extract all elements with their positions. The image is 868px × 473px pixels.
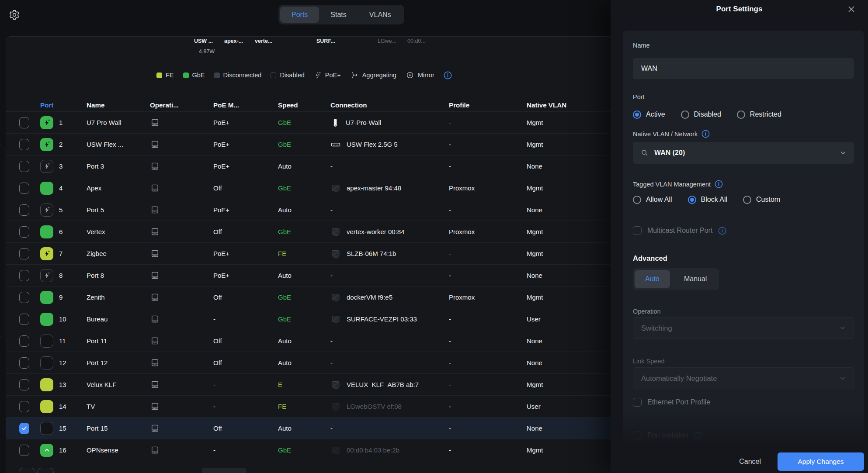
profile: - <box>449 425 527 432</box>
column-header-native-vlan[interactable]: Native VLAN <box>527 101 611 109</box>
overview-device-label: LGwe... <box>378 38 396 44</box>
row-checkbox[interactable] <box>19 379 29 390</box>
table-row[interactable]: 10Bureau-GbESURFACE-VEZPI 03:33-User <box>6 308 611 330</box>
connection-name: USW Flex 2.5G 5 <box>347 141 398 148</box>
table-row[interactable]: 11Port 11OffAuto--None <box>6 330 611 352</box>
legend-item-disconnected: Disconnected <box>214 72 262 79</box>
info-icon[interactable] <box>715 180 723 188</box>
row-checkbox[interactable] <box>19 445 29 456</box>
connection-name: U7-Pro-Wall <box>346 119 381 126</box>
row-checkbox[interactable] <box>19 248 29 259</box>
table-row[interactable]: 8Port 8PoE+Auto--None <box>6 265 611 287</box>
native-vlan-select[interactable]: WAN (20) <box>633 142 854 164</box>
row-checkbox[interactable] <box>19 117 29 128</box>
table-row[interactable]: 3Port 3PoE+Auto--None <box>6 155 611 177</box>
row-checkbox-cell <box>19 445 40 456</box>
tagged-vlan-radio-block-all[interactable]: Block All <box>688 196 727 204</box>
tagged-vlan-radio-custom[interactable]: Custom <box>743 196 780 204</box>
name-label: Name <box>633 42 650 49</box>
port-status-cell <box>40 356 59 369</box>
operation-select: Switching <box>633 317 854 339</box>
settings-gear-icon[interactable] <box>9 9 20 21</box>
cutoff-port-icon <box>37 468 54 473</box>
port-status-icon-off <box>40 422 53 435</box>
overview-device-label: verte... <box>255 38 272 44</box>
row-checkbox[interactable] <box>19 226 29 238</box>
port-state-radio-disabled[interactable]: Disabled <box>681 110 721 119</box>
info-icon[interactable] <box>694 432 702 440</box>
poe-mode: Off <box>213 293 278 301</box>
table-row[interactable]: 5Port 5PoE+Auto--None <box>6 199 611 221</box>
table-row[interactable]: 16OPNsense-GbE00:d0:b4:03:be:2b-Mgmt <box>6 439 611 461</box>
row-checkbox[interactable] <box>19 335 29 347</box>
pc-device-icon <box>330 227 341 237</box>
radio-label: Allow All <box>646 196 672 204</box>
info-icon[interactable] <box>718 227 726 235</box>
row-checkbox[interactable] <box>19 357 29 369</box>
table-row[interactable]: 1U7 Pro WallPoE+GbEU7-Pro-Wall-Mgmt <box>6 112 611 134</box>
row-checkbox[interactable] <box>19 314 29 325</box>
advanced-mode-manual[interactable]: Manual <box>674 270 717 288</box>
poe-mode: - <box>213 403 278 410</box>
row-checkbox[interactable] <box>19 139 29 150</box>
multicast-checkbox[interactable] <box>633 226 642 235</box>
port-status-icon-on <box>40 182 53 195</box>
port-state-radio-restricted[interactable]: Restricted <box>737 110 781 119</box>
row-checkbox[interactable] <box>19 270 29 281</box>
port-state-radio-active[interactable]: Active <box>633 110 665 119</box>
port-speed: Auto <box>278 206 330 214</box>
table-row[interactable]: 15Port 15OffAuto--None <box>6 418 611 439</box>
tab-ports[interactable]: Ports <box>280 7 319 23</box>
table-row[interactable]: 6VertexOffGbEvertex-worker 00:84ProxmoxM… <box>6 221 611 243</box>
close-icon[interactable] <box>847 5 856 14</box>
column-header-connection[interactable]: Connection <box>330 101 449 109</box>
port-isolation-checkbox[interactable] <box>633 431 642 440</box>
pc-device-icon <box>330 292 341 303</box>
row-checkbox[interactable] <box>19 423 29 434</box>
table-row[interactable]: 9ZenithOffGbEdockerVM f9:e5ProxmoxMgmt <box>6 287 611 308</box>
column-header-name[interactable]: Name <box>87 101 150 109</box>
native-vlan: None <box>527 425 611 432</box>
column-header-operati-[interactable]: Operati... <box>150 101 213 109</box>
radio-icon <box>633 196 641 204</box>
table-row[interactable]: 2USW Flex ...PoE+GbEUSW Flex 2.5G 5-Mgmt <box>6 134 611 155</box>
advanced-mode-auto[interactable]: Auto <box>635 270 670 288</box>
port-number: 12 <box>59 359 87 366</box>
info-icon[interactable] <box>701 130 710 138</box>
port-number: 2 <box>59 141 87 148</box>
port-status-cell <box>40 247 59 260</box>
table-row[interactable]: 4ApexOffGbEapex-master 94:48ProxmoxMgmt <box>6 177 611 199</box>
port-name-input[interactable] <box>633 58 854 79</box>
apply-changes-button[interactable]: Apply Changes <box>778 452 864 471</box>
operation-device-icon <box>150 314 213 324</box>
tab-vlans[interactable]: VLANs <box>358 7 403 23</box>
connection-cell: - <box>330 206 449 214</box>
info-icon[interactable] <box>444 71 452 79</box>
operation-device-icon <box>150 380 213 390</box>
row-checkbox[interactable] <box>19 292 29 303</box>
poe-power-draw: 4.97W <box>199 48 215 55</box>
cancel-button[interactable]: Cancel <box>739 458 761 466</box>
table-row[interactable]: 14TV-FELGwebOSTV ef:08-User <box>6 396 611 418</box>
port-status-cell <box>40 225 59 238</box>
row-checkbox[interactable] <box>19 401 29 412</box>
row-checkbox[interactable] <box>19 161 29 172</box>
column-header-profile[interactable]: Profile <box>449 101 527 109</box>
search-icon <box>641 149 649 157</box>
table-row[interactable]: 12Port 12OffAuto--None <box>6 352 611 374</box>
row-checkbox[interactable] <box>19 183 29 194</box>
table-row[interactable]: 13Velux KLF-EVELUX_KLF_AB7B ab:7-Mgmt <box>6 374 611 396</box>
legend-label: GbE <box>192 72 205 79</box>
column-header-speed[interactable]: Speed <box>278 101 330 109</box>
pc-device-icon <box>330 445 341 456</box>
row-checkbox[interactable] <box>19 204 29 216</box>
column-header-poe-m-[interactable]: PoE M... <box>213 101 278 109</box>
connection-name: vertex-worker 00:84 <box>347 228 405 235</box>
table-row[interactable]: 7ZigbeePoE+FESLZB-06M 74:1b-Mgmt <box>6 243 611 265</box>
ethernet-port-profile-checkbox[interactable] <box>633 398 642 407</box>
legend-item-gbe: GbE <box>183 72 205 79</box>
tagged-vlan-radio-allow-all[interactable]: Allow All <box>633 196 672 204</box>
column-header-port[interactable]: Port <box>40 101 87 109</box>
tab-stats[interactable]: Stats <box>319 7 358 23</box>
port-name: USW Flex ... <box>87 141 150 148</box>
